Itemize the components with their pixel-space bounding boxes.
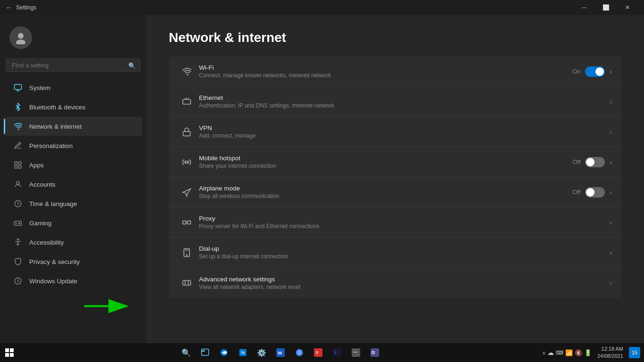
taskbar-battery-icon[interactable]: 🔋 [584,349,592,356]
taskbar-files-icon[interactable] [197,344,214,361]
svg-rect-24 [183,221,186,224]
sidebar-item-time[interactable]: Time & language [4,194,142,213]
nav-icon-update [13,276,23,286]
sidebar-item-bluetooth[interactable]: Bluetooth & devices [4,98,142,116]
item-title-vpn: VPN [199,124,610,132]
item-icon-hotspot [178,157,195,167]
sidebar-item-update[interactable]: Windows Update [4,272,142,290]
svg-rect-35 [10,348,14,352]
sidebar-item-system[interactable]: System [4,78,142,97]
taskbar-app-icon-10[interactable]: 📷 [347,344,364,361]
nav-icon-personalization [13,141,23,150]
toggle-label-wifi: On [572,68,580,75]
item-icon-airplane [178,188,195,197]
chevron-hotspot: › [610,158,612,166]
page-title: Network & internet [169,30,621,45]
notification-badge[interactable]: 15 [629,347,640,358]
sidebar-item-personalization[interactable]: Personalization [4,136,142,155]
settings-list: Wi-Fi Connect, manage known networks, me… [169,57,621,298]
svg-rect-36 [5,353,9,357]
item-right-proxy: › [610,219,612,226]
settings-item-proxy[interactable]: Proxy Proxy server for Wi-Fi and Etherne… [169,207,621,238]
svg-rect-8 [15,166,17,168]
nav-icon-bluetooth [13,102,23,112]
user-profile[interactable] [0,19,146,58]
toggle-wifi[interactable] [585,66,605,77]
taskbar-volume-icon[interactable]: 🔇 [575,349,582,356]
sidebar-item-network[interactable]: Network & internet [4,117,142,136]
taskbar-clock[interactable]: 12:18 AM 24/08/2021 [594,346,627,360]
taskbar-cloud-icon[interactable]: ☁ [547,349,554,356]
svg-point-0 [18,33,24,39]
item-title-airplane: Airplane mode [199,185,572,192]
svg-point-48 [298,352,301,354]
settings-item-vpn[interactable]: VPN Add, connect, manage › [169,117,621,147]
item-title-hotspot: Mobile hotspot [199,155,572,162]
search-input[interactable] [6,58,140,72]
svg-point-5 [18,129,19,130]
close-button[interactable]: ✕ [617,0,638,15]
taskbar-chevron-icon[interactable]: ∧ [542,350,545,355]
taskbar-edge-icon[interactable] [215,344,232,361]
taskbar-wifi-icon[interactable]: 📶 [565,349,573,356]
settings-item-dialup[interactable]: Dial-up Set up a dial-up internet connec… [169,238,621,268]
sidebar-item-accounts[interactable]: Accounts [4,175,142,194]
settings-item-ethernet[interactable]: Ethernet Authentication, IP and DNS sett… [169,87,621,117]
taskbar-search-icon[interactable]: 🔍 [178,344,195,361]
item-text-ethernet: Ethernet Authentication, IP and DNS sett… [199,94,610,109]
svg-rect-18 [183,99,191,104]
item-title-dialup: Dial-up [199,245,610,252]
taskbar-app-icon-9[interactable]: λ [329,344,346,361]
chevron-proxy: › [610,219,612,226]
sidebar-item-privacy[interactable]: Privacy & security [4,252,142,271]
toggle-label-hotspot: Off [572,158,580,165]
start-button[interactable] [0,343,19,362]
item-right-ethernet: › [610,98,612,106]
settings-item-wifi[interactable]: Wi-Fi Connect, manage known networks, me… [169,57,621,87]
nav-label-bluetooth: Bluetooth & devices [29,104,85,111]
chevron-advanced: › [610,279,612,287]
maximize-button[interactable]: ⬜ [595,0,617,15]
sidebar-item-gaming[interactable]: Gaming [4,214,142,232]
back-button[interactable]: ← [6,4,12,11]
nav-label-gaming: Gaming [29,220,51,227]
taskbar-word-icon[interactable]: W [272,344,289,361]
svg-rect-25 [188,221,191,224]
settings-item-airplane[interactable]: Airplane mode Stop all wireless communic… [169,177,621,207]
item-right-wifi: On › [572,66,612,77]
nav-icon-system [13,83,23,92]
settings-item-hotspot[interactable]: Mobile hotspot Share your internet conne… [169,147,621,177]
item-subtitle-advanced: View all network adapters, network reset [199,284,610,290]
svg-text:🖼: 🖼 [372,351,375,355]
item-text-hotspot: Mobile hotspot Share your internet conne… [199,155,572,169]
taskbar-store-icon[interactable]: 🛍 [234,344,251,361]
item-title-wifi: Wi-Fi [199,64,572,71]
chevron-airplane: › [610,189,612,196]
svg-text:W: W [278,350,282,355]
sidebar-item-apps[interactable]: Apps [4,156,142,174]
titlebar-title: Settings [16,4,36,11]
item-icon-dialup [178,248,195,257]
chevron-wifi: › [610,68,612,75]
item-subtitle-vpn: Add, connect, manage [199,132,610,139]
taskbar-app-icon-8[interactable]: B [310,344,327,361]
nav-list: System Bluetooth & devices Network & int… [0,78,146,291]
taskbar-settings-taskbar-icon[interactable]: ⚙️ [253,344,270,361]
chevron-dialup: › [610,249,612,256]
item-text-advanced: Advanced network settings View all netwo… [199,276,610,290]
taskbar-app-icon-11[interactable]: 🖼 [366,344,383,361]
svg-text:📷: 📷 [353,351,358,355]
taskbar-chrome-icon[interactable] [291,344,308,361]
svg-point-14 [19,223,20,224]
taskbar-keyboard-icon[interactable]: ⌨ [556,350,563,356]
settings-item-advanced[interactable]: Advanced network settings View all netwo… [169,268,621,298]
minimize-button[interactable]: ─ [573,0,595,15]
item-subtitle-ethernet: Authentication, IP and DNS settings, met… [199,102,610,109]
item-subtitle-wifi: Connect, manage known networks, metered … [199,72,572,79]
toggle-airplane[interactable] [585,187,605,197]
toggle-hotspot[interactable] [585,157,605,167]
sidebar-item-accessibility[interactable]: Accessibility [4,233,142,252]
titlebar: ← Settings ─ ⬜ ✕ [0,0,644,15]
svg-point-28 [186,255,187,255]
item-text-dialup: Dial-up Set up a dial-up internet connec… [199,245,610,260]
